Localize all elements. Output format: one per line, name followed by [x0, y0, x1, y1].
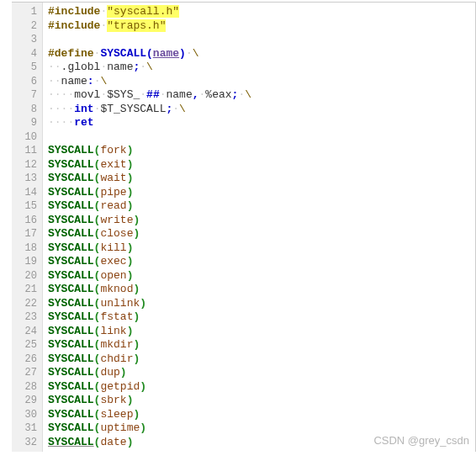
line-number: 29	[12, 394, 37, 408]
line-number: 10	[12, 130, 37, 145]
line-number: 28	[12, 380, 37, 395]
code-line-19: SYSCALL(exec)	[48, 255, 475, 269]
code-line-14: SYSCALL(pipe)	[48, 186, 475, 200]
code-line-6: ··name:·\	[48, 75, 475, 89]
code-line-26: SYSCALL(chdir)	[48, 352, 475, 367]
line-number: 11	[12, 144, 37, 158]
code-line-20: SYSCALL(open)	[48, 269, 475, 283]
line-number: 26	[12, 352, 37, 367]
code-line-3	[48, 33, 475, 47]
line-number: 3	[12, 33, 37, 47]
code-line-18: SYSCALL(kill)	[48, 241, 475, 256]
line-number: 18	[12, 241, 37, 256]
line-number: 31	[12, 421, 37, 436]
line-number: 7	[12, 88, 37, 103]
line-number: 27	[12, 366, 37, 380]
code-line-1: #include·"syscall.h"	[48, 5, 475, 19]
code-line-16: SYSCALL(write)	[48, 214, 475, 228]
line-number: 23	[12, 310, 37, 325]
code-area: #include·"syscall.h"#include·"traps.h"#d…	[43, 3, 475, 452]
line-number: 2	[12, 19, 37, 34]
line-number: 4	[12, 47, 37, 61]
code-line-11: SYSCALL(fork)	[48, 144, 475, 158]
line-gutter: 1234567891011121314151617181920212223242…	[12, 3, 43, 452]
line-number: 16	[12, 214, 37, 228]
line-number: 22	[12, 297, 37, 311]
code-line-15: SYSCALL(read)	[48, 199, 475, 214]
code-line-9: ····ret	[48, 116, 475, 130]
code-editor: 1234567891011121314151617181920212223242…	[12, 2, 476, 452]
line-number: 14	[12, 186, 37, 200]
code-line-28: SYSCALL(getpid)	[48, 380, 475, 395]
line-number: 15	[12, 199, 37, 214]
code-line-23: SYSCALL(fstat)	[48, 310, 475, 325]
line-number: 30	[12, 408, 37, 422]
code-line-24: SYSCALL(link)	[48, 325, 475, 339]
watermark: CSDN @grey_csdn	[373, 434, 469, 447]
code-line-21: SYSCALL(mknod)	[48, 283, 475, 297]
code-line-27: SYSCALL(dup)	[48, 366, 475, 380]
code-line-4: #define·SYSCALL(name)·\	[48, 47, 475, 61]
line-number: 17	[12, 227, 37, 241]
code-line-12: SYSCALL(exit)	[48, 158, 475, 172]
line-number: 6	[12, 75, 37, 89]
line-number: 1	[12, 5, 37, 19]
line-number: 9	[12, 116, 37, 130]
code-line-7: ····movl·$SYS_·##·name,·%eax;·\	[48, 88, 475, 103]
code-line-17: SYSCALL(close)	[48, 227, 475, 241]
line-number: 12	[12, 158, 37, 172]
code-line-13: SYSCALL(wait)	[48, 172, 475, 186]
code-line-10	[48, 130, 475, 145]
line-number: 24	[12, 325, 37, 339]
code-line-29: SYSCALL(sbrk)	[48, 394, 475, 408]
line-number: 32	[12, 436, 37, 450]
code-line-2: #include·"traps.h"	[48, 19, 475, 34]
code-line-5: ··.globl·name;·\	[48, 61, 475, 75]
code-line-25: SYSCALL(mkdir)	[48, 338, 475, 352]
line-number: 20	[12, 269, 37, 283]
code-line-22: SYSCALL(unlink)	[48, 297, 475, 311]
line-number: 5	[12, 61, 37, 75]
code-line-30: SYSCALL(sleep)	[48, 408, 475, 422]
line-number: 25	[12, 338, 37, 352]
line-number: 13	[12, 172, 37, 186]
line-number: 21	[12, 283, 37, 297]
line-number: 19	[12, 255, 37, 269]
line-number: 8	[12, 103, 37, 117]
code-line-8: ····int·$T_SYSCALL;·\	[48, 103, 475, 117]
